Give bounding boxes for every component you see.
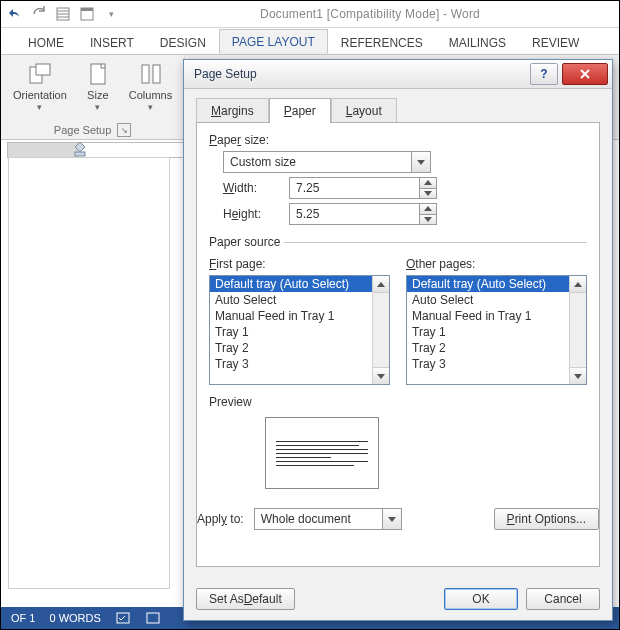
scroll-up-icon <box>570 276 586 293</box>
paper-source-label: Paper source <box>209 235 284 249</box>
tab-design[interactable]: DESIGN <box>147 30 219 54</box>
list-item[interactable]: Tray 1 <box>210 324 372 340</box>
first-page-label: First page: <box>209 257 390 271</box>
dialog-tab-layout[interactable]: Layout <box>331 98 397 123</box>
undo-icon[interactable] <box>7 6 23 22</box>
spinner-down-icon[interactable] <box>420 188 436 199</box>
list-item[interactable]: Manual Feed in Tray 1 <box>210 308 372 324</box>
scroll-up-icon <box>373 276 389 293</box>
list-item[interactable]: Auto Select <box>210 292 372 308</box>
columns-button[interactable]: Columns ▾ <box>127 59 174 112</box>
chevron-down-icon[interactable] <box>411 152 430 172</box>
close-button[interactable] <box>562 63 608 85</box>
dialog-tab-margins[interactable]: Margins <box>196 98 269 123</box>
page-setup-dialog: Page Setup ? Margins Paper Layout Paper … <box>183 59 613 621</box>
preview-pane <box>265 417 379 489</box>
paper-size-label: Paper size: <box>209 133 587 147</box>
svg-rect-10 <box>153 65 160 83</box>
scrollbar[interactable] <box>569 276 586 384</box>
dialog-title: Page Setup <box>194 67 257 81</box>
orientation-button[interactable]: Orientation ▾ <box>11 59 69 112</box>
tab-review[interactable]: REVIEW <box>519 30 592 54</box>
svg-rect-9 <box>142 65 149 83</box>
tab-mailings[interactable]: MAILINGS <box>436 30 519 54</box>
help-button[interactable]: ? <box>530 63 558 85</box>
height-label: Height: <box>223 207 281 221</box>
list-item[interactable]: Tray 3 <box>407 356 569 372</box>
redo-icon[interactable] <box>31 6 47 22</box>
set-as-default-button[interactable]: Set As Default <box>196 588 295 610</box>
dialog-tab-paper[interactable]: Paper <box>269 98 331 123</box>
group-page-setup: Orientation ▾ Size ▾ Columns ▾ Page Setu… <box>1 55 185 139</box>
tab-references[interactable]: REFERENCES <box>328 30 436 54</box>
other-pages-listbox[interactable]: Default tray (Auto Select)Auto SelectMan… <box>406 275 587 385</box>
group-label: Page Setup <box>54 124 112 136</box>
list-item[interactable]: Tray 1 <box>407 324 569 340</box>
qat-icon-2[interactable] <box>79 6 95 22</box>
page[interactable] <box>9 158 169 588</box>
dialog-body: Paper size: Custom size Width: 7.25 Heig… <box>196 122 600 567</box>
list-item[interactable]: Tray 2 <box>407 340 569 356</box>
spinner-up-icon[interactable] <box>420 204 436 214</box>
apply-to-combo[interactable]: Whole document <box>254 508 402 530</box>
list-item[interactable]: Auto Select <box>407 292 569 308</box>
list-item[interactable]: Default tray (Auto Select) <box>407 276 569 292</box>
spinner-up-icon[interactable] <box>420 178 436 188</box>
language-icon[interactable] <box>145 610 161 626</box>
width-label: Width: <box>223 181 281 195</box>
status-page[interactable]: OF 1 <box>11 612 35 624</box>
qat-customize-icon[interactable]: ▾ <box>103 6 119 22</box>
dialog-tabs: Margins Paper Layout <box>184 89 612 122</box>
width-input[interactable]: 7.25 <box>289 177 437 199</box>
list-item[interactable]: Manual Feed in Tray 1 <box>407 308 569 324</box>
list-item[interactable]: Tray 3 <box>210 356 372 372</box>
print-options-button[interactable]: Print Options... <box>494 508 599 530</box>
chevron-down-icon: ▾ <box>37 102 42 112</box>
ribbon-tabs: HOME INSERT DESIGN PAGE LAYOUT REFERENCE… <box>1 28 619 54</box>
chevron-down-icon: ▾ <box>95 102 100 112</box>
dialog-launcher-icon[interactable]: ↘ <box>117 123 131 137</box>
ok-button[interactable]: OK <box>444 588 518 610</box>
scroll-down-icon <box>570 367 586 384</box>
svg-rect-14 <box>147 613 159 623</box>
qat-icon-1[interactable] <box>55 6 71 22</box>
chevron-down-icon: ▾ <box>148 102 153 112</box>
indent-marker-icon[interactable] <box>73 140 87 158</box>
paper-source-group: Paper source First page: Default tray (A… <box>209 235 587 385</box>
scrollbar[interactable] <box>372 276 389 384</box>
tab-home[interactable]: HOME <box>15 30 77 54</box>
paper-size-combo[interactable]: Custom size <box>223 151 431 173</box>
chevron-down-icon[interactable] <box>382 509 401 529</box>
size-button[interactable]: Size ▾ <box>83 59 113 112</box>
svg-rect-8 <box>91 64 105 84</box>
svg-rect-5 <box>81 8 93 11</box>
spinner-down-icon[interactable] <box>420 214 436 225</box>
height-input[interactable]: 5.25 <box>289 203 437 225</box>
svg-rect-7 <box>36 64 50 75</box>
window-title: Document1 [Compatibility Mode] - Word <box>127 7 613 21</box>
list-item[interactable]: Tray 2 <box>210 340 372 356</box>
other-pages-label: Other pages: <box>406 257 587 271</box>
scroll-down-icon <box>373 367 389 384</box>
svg-marker-11 <box>75 142 85 152</box>
dialog-footer: Set As Default OK Cancel <box>196 588 600 610</box>
status-words[interactable]: 0 WORDS <box>49 612 100 624</box>
preview-label: Preview <box>209 395 587 409</box>
first-page-listbox[interactable]: Default tray (Auto Select)Auto SelectMan… <box>209 275 390 385</box>
tab-insert[interactable]: INSERT <box>77 30 147 54</box>
dialog-titlebar: Page Setup ? <box>184 60 612 89</box>
cancel-button[interactable]: Cancel <box>526 588 600 610</box>
tab-page-layout[interactable]: PAGE LAYOUT <box>219 29 328 54</box>
apply-to-label: Apply to: <box>197 512 244 526</box>
quick-access-toolbar: ▾ Document1 [Compatibility Mode] - Word <box>1 1 619 28</box>
spellcheck-icon[interactable] <box>115 610 131 626</box>
list-item[interactable]: Default tray (Auto Select) <box>210 276 372 292</box>
svg-rect-12 <box>75 152 85 156</box>
